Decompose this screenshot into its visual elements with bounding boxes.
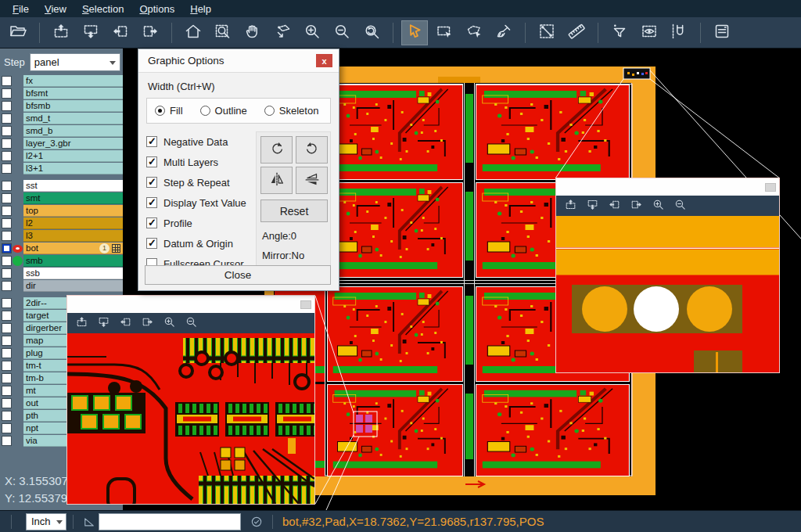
layer-checkbox[interactable] bbox=[2, 281, 12, 291]
layer-chip[interactable]: bfsmb bbox=[23, 100, 123, 112]
zoom-previous-button[interactable] bbox=[358, 20, 385, 45]
folder-open-button[interactable] bbox=[5, 20, 31, 45]
pan-left-button[interactable] bbox=[605, 197, 623, 214]
layer-checkbox[interactable] bbox=[2, 164, 12, 174]
zoom-in-button[interactable] bbox=[160, 315, 178, 332]
layer-checkbox[interactable] bbox=[2, 181, 12, 191]
layer-chip[interactable]: top bbox=[23, 205, 123, 217]
layer-checkbox[interactable] bbox=[2, 323, 12, 333]
zoom-window-button[interactable] bbox=[210, 20, 236, 45]
select-rect-button[interactable] bbox=[431, 20, 458, 45]
rotate-cw-button[interactable] bbox=[260, 136, 293, 164]
apply-icon[interactable] bbox=[247, 512, 266, 531]
layer-chip[interactable]: smd_t bbox=[23, 113, 123, 124]
option-datum-origin[interactable]: Datum & Origin bbox=[146, 233, 256, 253]
window-titlebar[interactable] bbox=[556, 178, 779, 196]
layer-checkbox[interactable] bbox=[2, 88, 12, 99]
layer-checkbox[interactable] bbox=[2, 373, 12, 383]
layer-checkbox[interactable] bbox=[2, 76, 12, 86]
clean-button[interactable] bbox=[490, 20, 517, 45]
menu-selection[interactable]: Selection bbox=[74, 2, 131, 16]
grid-icon[interactable] bbox=[112, 244, 120, 253]
menu-file[interactable]: File bbox=[5, 2, 37, 16]
option-negative-data[interactable]: Negative Data bbox=[146, 131, 256, 152]
close-button[interactable]: Close bbox=[145, 265, 331, 285]
step-select[interactable]: panel bbox=[30, 53, 120, 71]
pan-right-button[interactable] bbox=[627, 197, 645, 214]
option-profile[interactable]: Profile bbox=[146, 213, 256, 233]
layer-checkbox[interactable] bbox=[2, 311, 12, 321]
menu-view[interactable]: View bbox=[37, 2, 74, 16]
layer-checkbox[interactable] bbox=[2, 348, 12, 358]
window-button[interactable] bbox=[765, 183, 776, 192]
layer-checkbox[interactable] bbox=[2, 336, 12, 346]
pan-right-button[interactable] bbox=[137, 20, 163, 45]
layer-chip[interactable]: fx bbox=[23, 75, 123, 87]
menu-help[interactable]: Help bbox=[182, 2, 219, 16]
zoom-out-button[interactable] bbox=[329, 20, 355, 45]
zoom-out-button[interactable] bbox=[670, 197, 689, 214]
window-button[interactable] bbox=[300, 300, 311, 309]
pan-up-button[interactable] bbox=[72, 315, 91, 332]
layer-checkbox[interactable] bbox=[2, 138, 12, 149]
radio-skeleton[interactable]: Skeleton bbox=[264, 105, 319, 117]
layer-chip[interactable]: smb bbox=[23, 255, 123, 267]
mirror-x-button[interactable] bbox=[260, 167, 293, 194]
unit-select[interactable]: Inch bbox=[26, 513, 66, 530]
layer-checkbox[interactable] bbox=[2, 256, 12, 266]
layer-checkbox[interactable] bbox=[2, 411, 12, 421]
layer-chip[interactable]: bot1 bbox=[23, 243, 123, 254]
layer-chip[interactable]: l3+1 bbox=[23, 163, 123, 174]
pan-down-button[interactable] bbox=[77, 20, 104, 45]
measure-line-button[interactable] bbox=[533, 20, 560, 45]
layer-checkbox[interactable] bbox=[2, 231, 12, 241]
layer-chip[interactable]: sst bbox=[23, 180, 123, 192]
layer-checkbox[interactable] bbox=[2, 386, 12, 396]
rotate-ccw-button[interactable] bbox=[296, 136, 328, 164]
pan-right-button[interactable] bbox=[138, 315, 156, 332]
pan-down-button[interactable] bbox=[94, 315, 113, 332]
layer-chip[interactable]: layer_3.gbr bbox=[23, 138, 123, 149]
layer-chip[interactable]: l2+1 bbox=[23, 150, 123, 162]
window-titlebar[interactable] bbox=[67, 296, 314, 313]
option-multi-layers[interactable]: Multi Layers bbox=[146, 152, 256, 172]
select-poly-button[interactable] bbox=[461, 20, 487, 45]
layer-checkbox[interactable] bbox=[2, 113, 12, 124]
layer-chip[interactable]: bfsmt bbox=[23, 88, 123, 99]
mirror-y-button[interactable] bbox=[296, 167, 328, 194]
close-icon[interactable]: x bbox=[316, 54, 332, 67]
layer-checkbox[interactable] bbox=[2, 423, 12, 433]
command-input[interactable] bbox=[99, 513, 241, 530]
layer-checkbox[interactable] bbox=[2, 361, 12, 371]
layer-checkbox[interactable] bbox=[2, 206, 12, 216]
layer-checkbox[interactable] bbox=[2, 101, 12, 111]
pan-left-button[interactable] bbox=[107, 20, 134, 45]
layer-chip[interactable]: l3 bbox=[23, 230, 123, 242]
layer-checkbox[interactable] bbox=[2, 126, 12, 136]
radio-outline[interactable]: Outline bbox=[200, 105, 247, 117]
snap-button[interactable] bbox=[666, 20, 692, 45]
layer-chip[interactable]: ssb bbox=[23, 268, 123, 279]
zoom-in-button[interactable] bbox=[648, 197, 667, 214]
ruler-button[interactable] bbox=[563, 20, 590, 45]
layer-checkbox[interactable] bbox=[2, 398, 12, 408]
reset-button[interactable]: Reset bbox=[260, 200, 328, 222]
form-button[interactable] bbox=[709, 20, 735, 45]
filter-button[interactable] bbox=[606, 20, 633, 45]
layer-chip[interactable]: dir bbox=[23, 280, 123, 292]
layer-checkbox[interactable] bbox=[2, 268, 12, 279]
corner-icon[interactable] bbox=[80, 512, 99, 531]
layer-checkbox[interactable] bbox=[2, 193, 12, 203]
zoom-out-button[interactable] bbox=[181, 315, 200, 332]
radio-fill[interactable]: Fill bbox=[155, 105, 183, 117]
select-arrow-button[interactable] bbox=[401, 20, 428, 45]
zoom-in-button[interactable] bbox=[299, 20, 325, 45]
pan-left-button[interactable] bbox=[116, 315, 135, 332]
option-step-repeat[interactable]: Step & Repeat bbox=[146, 172, 256, 192]
pan-up-button[interactable] bbox=[561, 197, 580, 214]
pan-hand-button[interactable] bbox=[239, 20, 266, 45]
pan-down-button[interactable] bbox=[583, 197, 602, 214]
layer-checkbox[interactable] bbox=[2, 243, 12, 253]
layer-checkbox[interactable] bbox=[2, 151, 12, 161]
dialog-titlebar[interactable]: Graphic Options x bbox=[138, 49, 339, 73]
